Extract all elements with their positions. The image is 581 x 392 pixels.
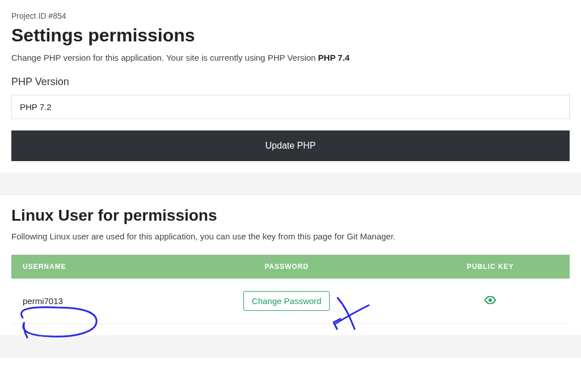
eye-icon[interactable] [485, 296, 496, 306]
svg-point-0 [489, 298, 492, 302]
update-php-button[interactable]: Update PHP [11, 130, 570, 161]
public-key-cell [411, 279, 570, 324]
linux-section-title: Linux User for permissions [11, 206, 570, 225]
col-public-key: Public Key [411, 255, 570, 279]
col-username: Username [11, 255, 162, 279]
project-id-label: Project ID #854 [11, 11, 570, 20]
section-divider [0, 172, 581, 195]
table-row: permi7013 Change Password [11, 279, 570, 324]
linux-users-table: Username Password Public Key permi7013 C… [11, 255, 570, 324]
table-header-row: Username Password Public Key [11, 255, 570, 279]
password-cell: Change Password [162, 279, 411, 324]
php-desc-text: Change PHP version for this application.… [11, 53, 318, 62]
php-version-select[interactable]: PHP 7.2 [11, 95, 570, 119]
col-password: Password [162, 255, 411, 279]
php-settings-section: Project ID #854 Settings permissions Cha… [0, 0, 581, 172]
change-password-button[interactable]: Change Password [243, 291, 330, 311]
page-title: Settings permissions [11, 25, 570, 46]
linux-user-section: Linux User for permissions Following Lin… [0, 195, 581, 335]
php-version-selected: PHP 7.2 [20, 102, 52, 112]
bottom-spacer [0, 335, 581, 358]
username-cell: permi7013 [11, 279, 162, 324]
php-version-field-label: PHP Version [11, 76, 570, 88]
php-version-description: Change PHP version for this application.… [11, 53, 570, 62]
php-current-version: PHP 7.4 [318, 53, 350, 62]
linux-section-description: Following Linux user are used for this a… [11, 231, 570, 241]
